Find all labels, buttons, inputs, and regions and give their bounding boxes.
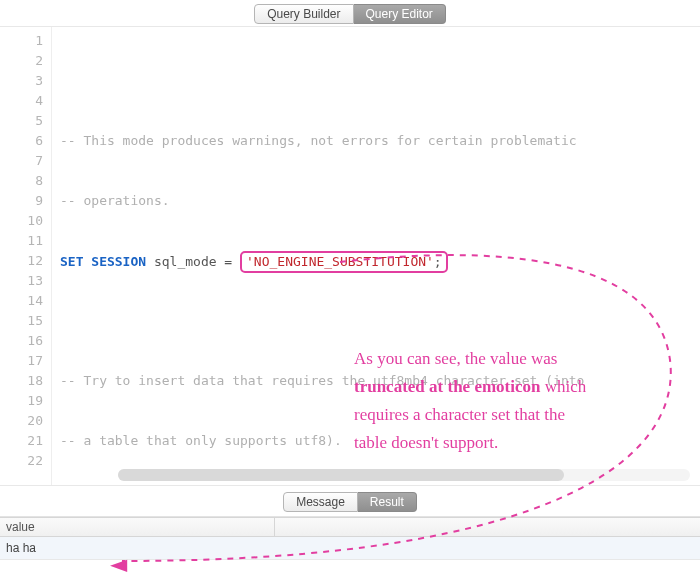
line-number: 11 bbox=[0, 231, 43, 251]
code-ident: sql_mode = bbox=[146, 254, 240, 269]
code-punct: ; bbox=[434, 254, 442, 269]
editor-pane: 1 2 3 4 5 6 7 8 9 10 11 12 13 14 15 16 1… bbox=[0, 26, 700, 486]
line-number: 17 bbox=[0, 351, 43, 371]
line-number: 20 bbox=[0, 411, 43, 431]
line-number: 19 bbox=[0, 391, 43, 411]
results-row[interactable]: ha ha bbox=[0, 537, 700, 560]
scrollbar-thumb[interactable] bbox=[118, 469, 564, 481]
results-tab-bar: Message Result bbox=[0, 486, 700, 517]
code-comment: -- a table that only supports utf8). bbox=[60, 433, 342, 448]
line-number: 3 bbox=[0, 71, 43, 91]
tab-query-builder[interactable]: Query Builder bbox=[254, 4, 353, 24]
annotation-line: requires a character set that the bbox=[354, 401, 674, 429]
line-number: 10 bbox=[0, 211, 43, 231]
results-pane: value ha ha bbox=[0, 517, 700, 560]
line-number: 2 bbox=[0, 51, 43, 71]
line-number: 14 bbox=[0, 291, 43, 311]
tab-message[interactable]: Message bbox=[283, 492, 358, 512]
code-string: 'NO_ENGINE_SUBSTITUTION' bbox=[246, 254, 434, 269]
line-number: 15 bbox=[0, 311, 43, 331]
annotation-line: truncated at the emoticon which bbox=[354, 373, 674, 401]
line-number: 5 bbox=[0, 111, 43, 131]
line-number: 4 bbox=[0, 91, 43, 111]
code-keyword: SET SESSION bbox=[60, 254, 146, 269]
annotation-line: As you can see, the value was bbox=[354, 345, 674, 373]
line-number: 7 bbox=[0, 151, 43, 171]
highlight-sql-mode: 'NO_ENGINE_SUBSTITUTION'; bbox=[240, 251, 448, 273]
line-number: 1 bbox=[0, 31, 43, 51]
line-gutter: 1 2 3 4 5 6 7 8 9 10 11 12 13 14 15 16 1… bbox=[0, 27, 52, 485]
line-number: 9 bbox=[0, 191, 43, 211]
line-number: 12 bbox=[0, 251, 43, 271]
line-number: 21 bbox=[0, 431, 43, 451]
line-number: 8 bbox=[0, 171, 43, 191]
code-comment: -- This mode produces warnings, not erro… bbox=[60, 133, 577, 148]
line-number: 18 bbox=[0, 371, 43, 391]
tab-result[interactable]: Result bbox=[358, 492, 417, 512]
handwritten-annotation: As you can see, the value was truncated … bbox=[354, 345, 674, 457]
code-comment: -- operations. bbox=[60, 193, 170, 208]
line-number: 16 bbox=[0, 331, 43, 351]
results-column-header[interactable]: value bbox=[0, 517, 700, 537]
tab-query-editor[interactable]: Query Editor bbox=[354, 4, 446, 24]
top-tab-bar: Query Builder Query Editor bbox=[0, 0, 700, 26]
line-number: 6 bbox=[0, 131, 43, 151]
horizontal-scrollbar[interactable] bbox=[118, 469, 690, 481]
line-number: 22 bbox=[0, 451, 43, 471]
annotation-line: table doesn't support. bbox=[354, 429, 674, 457]
line-number: 13 bbox=[0, 271, 43, 291]
